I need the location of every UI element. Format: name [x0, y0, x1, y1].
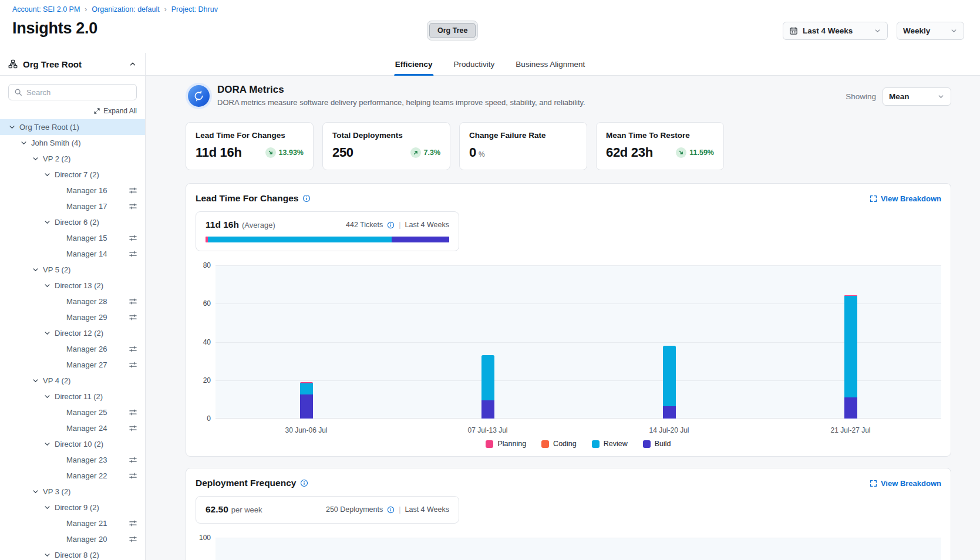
aggregation-select[interactable]: Mean [883, 87, 951, 106]
tree-item-label: Manager 27 [66, 360, 107, 369]
trend-badge: 7.3% [410, 147, 441, 158]
trend-delta: 11.59% [689, 149, 714, 157]
org-tree: Org Tree Root (1)John Smith (4)VP 2 (2)D… [0, 119, 145, 560]
filter-icon[interactable] [129, 408, 137, 417]
app-root: Account: SEI 2.0 PM›Organization: defaul… [0, 0, 980, 560]
tree-item-director-12[interactable]: Director 12 (2) [0, 325, 145, 341]
sidebar: Expand All Org Tree Root (1)John Smith (… [0, 76, 146, 560]
filter-icon[interactable] [129, 360, 137, 369]
view-breakdown-link[interactable]: View Breakdown [870, 194, 941, 203]
bar-segment-build [844, 397, 857, 419]
showing-label: Showing [846, 92, 876, 101]
y-axis-tick: 40 [203, 338, 211, 346]
tree-item-manager-23[interactable]: Manager 23 [0, 452, 145, 468]
filter-icon[interactable] [129, 249, 137, 258]
tree-item-director-13[interactable]: Director 13 (2) [0, 278, 145, 294]
breadcrumb-link[interactable]: Organization: default [92, 5, 159, 14]
filter-icon[interactable] [129, 345, 137, 353]
filter-icon[interactable] [129, 202, 137, 211]
tree-item-director-7[interactable]: Director 7 (2) [0, 167, 145, 183]
x-axis-label: 21 Jul-27 Jul [830, 426, 870, 434]
info-icon[interactable] [387, 221, 395, 229]
breadcrumb-link[interactable]: Project: Dhruv [171, 5, 218, 14]
tree-item-manager-17[interactable]: Manager 17 [0, 198, 145, 214]
tree-item-manager-28[interactable]: Manager 28 [0, 294, 145, 309]
tree-item-label: Director 9 (2) [55, 503, 99, 512]
bar-segment-review [300, 383, 313, 395]
tree-item-manager-14[interactable]: Manager 14 [0, 246, 145, 262]
deployment-frequency-panel: Deployment Frequency View Breakdown 62.5… [186, 468, 951, 560]
filter-icon[interactable] [129, 424, 137, 433]
tree-item-john-smith[interactable]: John Smith (4) [0, 135, 145, 151]
expand-all-label: Expand All [103, 107, 137, 115]
deployment-panel-header: Deployment Frequency View Breakdown [196, 478, 941, 488]
granularity-select[interactable]: Weekly [897, 22, 964, 40]
breadcrumb-link[interactable]: Account: SEI 2.0 PM [12, 5, 80, 14]
tab-efficiency[interactable]: Efficiency [394, 53, 434, 75]
expand-all-button[interactable]: Expand All [8, 107, 137, 115]
view-breakdown-label: View Breakdown [881, 194, 941, 203]
tree-item-director-11[interactable]: Director 11 (2) [0, 389, 145, 404]
tree-item-vp-5[interactable]: VP 5 (2) [0, 262, 145, 278]
kpi-value: 11d 16h [196, 145, 242, 160]
filter-icon[interactable] [129, 297, 137, 306]
tree-item-manager-29[interactable]: Manager 29 [0, 309, 145, 325]
filter-icon[interactable] [129, 313, 137, 322]
tree-item-manager-22[interactable]: Manager 22 [0, 468, 145, 484]
tree-item-manager-25[interactable]: Manager 25 [0, 404, 145, 420]
tree-item-director-9[interactable]: Director 9 (2) [0, 500, 145, 515]
tree-item-director-6[interactable]: Director 6 (2) [0, 214, 145, 230]
legend-swatch [643, 440, 651, 448]
lead-time-chart-area: 020406080 [196, 265, 941, 419]
filter-icon[interactable] [129, 234, 137, 242]
legend-item-planning[interactable]: Planning [486, 440, 526, 448]
filter-icon[interactable] [129, 186, 137, 195]
tree-item-label: Manager 26 [66, 345, 107, 353]
chevron-down-icon [950, 27, 958, 35]
info-icon[interactable] [302, 194, 311, 203]
breadcrumb: Account: SEI 2.0 PM›Organization: defaul… [12, 5, 218, 14]
filter-icon[interactable] [129, 535, 137, 544]
header-controls: Last 4 Weeks Weekly [783, 22, 964, 40]
chevron-down-icon [43, 218, 55, 226]
tree-item-label: Director 13 (2) [55, 281, 103, 290]
legend-item-build[interactable]: Build [643, 440, 671, 448]
tree-item-manager-15[interactable]: Manager 15 [0, 230, 145, 246]
tree-item-manager-26[interactable]: Manager 26 [0, 341, 145, 357]
tree-item-vp-4[interactable]: VP 4 (2) [0, 373, 145, 389]
chevron-down-icon [32, 155, 43, 163]
tab-business-alignment[interactable]: Business Alignment [514, 53, 586, 75]
tree-item-manager-27[interactable]: Manager 27 [0, 357, 145, 373]
tree-item-label: VP 4 (2) [43, 376, 70, 385]
tab-productivity[interactable]: Productivity [453, 53, 496, 75]
tree-item-manager-21[interactable]: Manager 21 [0, 515, 145, 531]
tree-item-director-10[interactable]: Director 10 (2) [0, 436, 145, 452]
collapse-panel-icon[interactable] [129, 60, 137, 68]
chevron-down-icon [43, 329, 55, 337]
tree-item-vp-3[interactable]: VP 3 (2) [0, 484, 145, 500]
tree-item-manager-20[interactable]: Manager 20 [0, 531, 145, 547]
org-tree-button[interactable]: Org Tree [429, 23, 476, 38]
legend-item-review[interactable]: Review [592, 440, 628, 448]
search-icon [14, 88, 22, 96]
info-icon[interactable] [300, 479, 308, 487]
legend-item-coding[interactable]: Coding [541, 440, 577, 448]
tree-item-label: Manager 28 [66, 297, 107, 306]
trend-delta: 13.93% [279, 149, 304, 157]
info-icon[interactable] [387, 506, 395, 514]
filter-icon[interactable] [129, 471, 137, 480]
kpi-title: Total Deployments [332, 131, 440, 140]
date-range-select[interactable]: Last 4 Weeks [783, 22, 888, 40]
tree-item-label: Manager 14 [66, 249, 107, 258]
tree-item-label: Manager 29 [66, 313, 107, 322]
kpi-title: Lead Time For Changes [196, 131, 304, 140]
search-input[interactable] [26, 88, 131, 97]
tree-item-vp-2[interactable]: VP 2 (2) [0, 151, 145, 167]
filter-icon[interactable] [129, 519, 137, 528]
tree-item-director-8[interactable]: Director 8 (2) [0, 547, 145, 560]
view-breakdown-link[interactable]: View Breakdown [870, 479, 941, 488]
tree-item-manager-24[interactable]: Manager 24 [0, 420, 145, 436]
filter-icon[interactable] [129, 456, 137, 464]
tree-item-manager-16[interactable]: Manager 16 [0, 183, 145, 198]
tree-item-org-tree-root[interactable]: Org Tree Root (1) [0, 119, 145, 135]
